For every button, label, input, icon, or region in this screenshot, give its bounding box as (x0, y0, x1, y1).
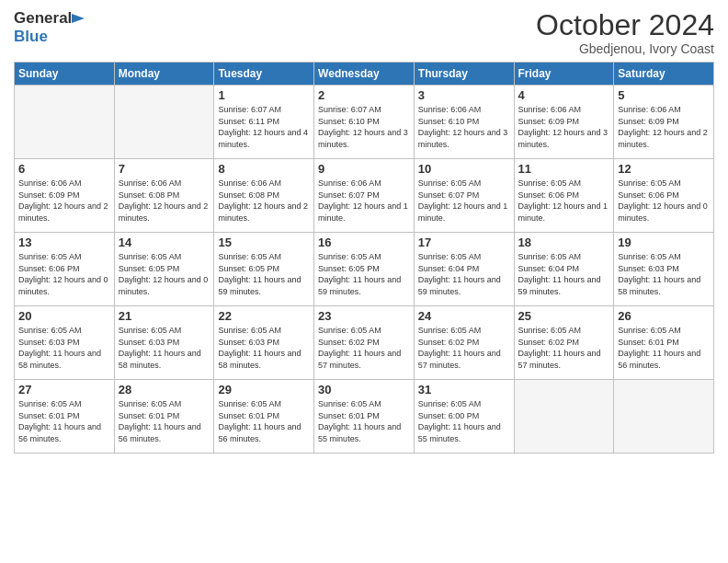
table-row: 22Sunrise: 6:05 AMSunset: 6:03 PMDayligh… (214, 306, 314, 380)
day-info: Sunrise: 6:05 AMSunset: 6:03 PMDaylight:… (18, 325, 110, 371)
day-number: 18 (518, 236, 610, 249)
col-monday: Monday (114, 63, 214, 86)
day-number: 19 (618, 236, 710, 249)
table-row: 8Sunrise: 6:06 AMSunset: 6:08 PMDaylight… (214, 159, 314, 233)
day-info: Sunrise: 6:06 AMSunset: 6:09 PMDaylight:… (518, 104, 610, 150)
table-row: 11Sunrise: 6:05 AMSunset: 6:06 PMDayligh… (514, 159, 614, 233)
day-info: Sunrise: 6:07 AMSunset: 6:10 PMDaylight:… (318, 104, 410, 150)
day-number: 20 (18, 309, 110, 323)
day-info: Sunrise: 6:05 AMSunset: 6:01 PMDaylight:… (218, 398, 310, 444)
title-block: October 2024 Gbedjenou, Ivory Coast (536, 9, 714, 56)
day-info: Sunrise: 6:05 AMSunset: 6:04 PMDaylight:… (518, 251, 610, 297)
table-row: 4Sunrise: 6:06 AMSunset: 6:09 PMDaylight… (514, 86, 614, 159)
day-info: Sunrise: 6:05 AMSunset: 6:02 PMDaylight:… (318, 325, 410, 371)
month-title: October 2024 (536, 9, 714, 41)
table-row: 18Sunrise: 6:05 AMSunset: 6:04 PMDayligh… (514, 233, 614, 306)
table-row: 26Sunrise: 6:05 AMSunset: 6:01 PMDayligh… (614, 306, 714, 380)
calendar-week-row: 27Sunrise: 6:05 AMSunset: 6:01 PMDayligh… (15, 380, 714, 454)
day-number: 31 (418, 383, 510, 396)
calendar-week-row: 6Sunrise: 6:06 AMSunset: 6:09 PMDaylight… (15, 159, 714, 233)
calendar-week-row: 20Sunrise: 6:05 AMSunset: 6:03 PMDayligh… (15, 306, 714, 380)
day-info: Sunrise: 6:06 AMSunset: 6:10 PMDaylight:… (418, 104, 510, 150)
page: General Blue October 2024 Gbedjenou, Ivo… (0, 0, 728, 563)
day-info: Sunrise: 6:05 AMSunset: 6:02 PMDaylight:… (418, 325, 510, 371)
table-row: 31Sunrise: 6:05 AMSunset: 6:00 PMDayligh… (414, 380, 514, 454)
table-row: 14Sunrise: 6:05 AMSunset: 6:05 PMDayligh… (114, 233, 214, 306)
table-row (514, 380, 614, 454)
day-number: 24 (418, 309, 510, 323)
col-saturday: Saturday (614, 63, 714, 86)
day-number: 5 (618, 88, 710, 102)
day-number: 9 (318, 162, 410, 176)
day-info: Sunrise: 6:06 AMSunset: 6:09 PMDaylight:… (18, 178, 110, 224)
table-row: 2Sunrise: 6:07 AMSunset: 6:10 PMDaylight… (314, 86, 415, 159)
day-number: 30 (318, 383, 410, 396)
day-number: 13 (18, 236, 110, 249)
logo-bird-icon (72, 9, 85, 28)
logo-blue-text: Blue (14, 28, 48, 46)
table-row: 15Sunrise: 6:05 AMSunset: 6:05 PMDayligh… (214, 233, 314, 306)
day-info: Sunrise: 6:07 AMSunset: 6:11 PMDaylight:… (218, 104, 310, 150)
day-number: 25 (518, 309, 610, 323)
table-row: 25Sunrise: 6:05 AMSunset: 6:02 PMDayligh… (514, 306, 614, 380)
day-info: Sunrise: 6:05 AMSunset: 6:05 PMDaylight:… (218, 251, 310, 297)
day-info: Sunrise: 6:05 AMSunset: 6:00 PMDaylight:… (418, 398, 510, 444)
table-row: 28Sunrise: 6:05 AMSunset: 6:01 PMDayligh… (114, 380, 214, 454)
table-row: 12Sunrise: 6:05 AMSunset: 6:06 PMDayligh… (614, 159, 714, 233)
table-row: 29Sunrise: 6:05 AMSunset: 6:01 PMDayligh… (214, 380, 314, 454)
day-number: 27 (18, 383, 110, 396)
day-number: 16 (318, 236, 410, 249)
table-row: 13Sunrise: 6:05 AMSunset: 6:06 PMDayligh… (15, 233, 115, 306)
day-number: 21 (119, 309, 210, 323)
calendar-week-row: 1Sunrise: 6:07 AMSunset: 6:11 PMDaylight… (15, 86, 714, 159)
day-number: 29 (218, 383, 310, 396)
header: General Blue October 2024 Gbedjenou, Ivo… (14, 9, 714, 56)
table-row: 21Sunrise: 6:05 AMSunset: 6:03 PMDayligh… (114, 306, 214, 380)
table-row: 24Sunrise: 6:05 AMSunset: 6:02 PMDayligh… (414, 306, 514, 380)
day-number: 26 (618, 309, 710, 323)
table-row: 20Sunrise: 6:05 AMSunset: 6:03 PMDayligh… (15, 306, 115, 380)
day-info: Sunrise: 6:06 AMSunset: 6:08 PMDaylight:… (218, 178, 310, 224)
table-row: 17Sunrise: 6:05 AMSunset: 6:04 PMDayligh… (414, 233, 514, 306)
table-row: 5Sunrise: 6:06 AMSunset: 6:09 PMDaylight… (614, 86, 714, 159)
day-info: Sunrise: 6:06 AMSunset: 6:09 PMDaylight:… (618, 104, 710, 150)
col-tuesday: Tuesday (214, 63, 314, 86)
day-info: Sunrise: 6:05 AMSunset: 6:02 PMDaylight:… (518, 325, 610, 371)
day-info: Sunrise: 6:05 AMSunset: 6:03 PMDaylight:… (218, 325, 310, 371)
day-info: Sunrise: 6:05 AMSunset: 6:07 PMDaylight:… (418, 178, 510, 224)
day-number: 23 (318, 309, 410, 323)
day-info: Sunrise: 6:05 AMSunset: 6:01 PMDaylight:… (18, 398, 110, 444)
table-row: 6Sunrise: 6:06 AMSunset: 6:09 PMDaylight… (15, 159, 115, 233)
calendar-week-row: 13Sunrise: 6:05 AMSunset: 6:06 PMDayligh… (15, 233, 714, 306)
day-number: 14 (119, 236, 210, 249)
day-info: Sunrise: 6:05 AMSunset: 6:05 PMDaylight:… (318, 251, 410, 297)
day-info: Sunrise: 6:05 AMSunset: 6:05 PMDaylight:… (119, 251, 210, 297)
table-row: 7Sunrise: 6:06 AMSunset: 6:08 PMDaylight… (114, 159, 214, 233)
table-row (15, 86, 115, 159)
table-row: 27Sunrise: 6:05 AMSunset: 6:01 PMDayligh… (15, 380, 115, 454)
day-number: 15 (218, 236, 310, 249)
svg-marker-0 (72, 14, 85, 23)
table-row: 3Sunrise: 6:06 AMSunset: 6:10 PMDaylight… (414, 86, 514, 159)
table-row (614, 380, 714, 454)
location-subtitle: Gbedjenou, Ivory Coast (536, 41, 714, 56)
day-number: 11 (518, 162, 610, 176)
logo-container: General (14, 9, 72, 28)
table-row: 9Sunrise: 6:06 AMSunset: 6:07 PMDaylight… (314, 159, 415, 233)
calendar-header-row: Sunday Monday Tuesday Wednesday Thursday… (15, 63, 714, 86)
table-row: 19Sunrise: 6:05 AMSunset: 6:03 PMDayligh… (614, 233, 714, 306)
day-number: 8 (218, 162, 310, 176)
col-wednesday: Wednesday (314, 63, 415, 86)
day-info: Sunrise: 6:05 AMSunset: 6:06 PMDaylight:… (618, 178, 710, 224)
day-info: Sunrise: 6:06 AMSunset: 6:07 PMDaylight:… (318, 178, 410, 224)
logo-general: General (14, 9, 72, 27)
logo-graphic: General (14, 9, 72, 28)
table-row: 30Sunrise: 6:05 AMSunset: 6:01 PMDayligh… (314, 380, 415, 454)
day-number: 1 (218, 88, 310, 102)
day-number: 28 (119, 383, 210, 396)
table-row: 23Sunrise: 6:05 AMSunset: 6:02 PMDayligh… (314, 306, 415, 380)
col-thursday: Thursday (414, 63, 514, 86)
day-info: Sunrise: 6:05 AMSunset: 6:06 PMDaylight:… (518, 178, 610, 224)
day-info: Sunrise: 6:05 AMSunset: 6:03 PMDaylight:… (119, 325, 210, 371)
table-row (114, 86, 214, 159)
